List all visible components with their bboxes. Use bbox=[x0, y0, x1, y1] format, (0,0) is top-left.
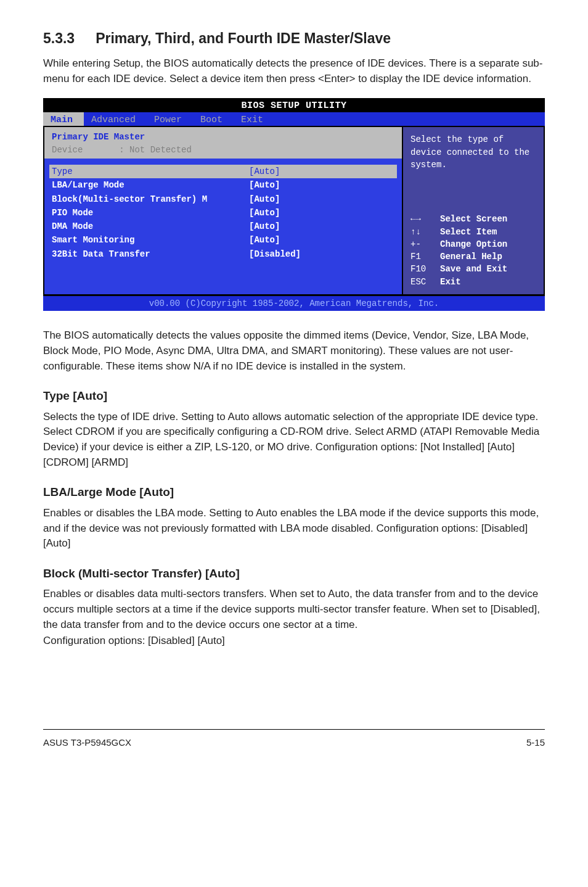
key-pm: +- bbox=[410, 238, 440, 250]
row-type[interactable]: Type [Auto] bbox=[49, 165, 397, 178]
row-block-label: Block(Multi-sector Transfer) M bbox=[52, 193, 249, 205]
key-lr: ←→ bbox=[410, 213, 440, 225]
row-dma[interactable]: DMA Mode [Auto] bbox=[52, 220, 394, 233]
row-block-value: [Auto] bbox=[249, 193, 394, 205]
row-pio-value: [Auto] bbox=[249, 207, 394, 219]
row-block[interactable]: Block(Multi-sector Transfer) M [Auto] bbox=[52, 192, 394, 206]
row-lba-value: [Auto] bbox=[249, 179, 394, 191]
section-title: Primary, Third, and Fourth IDE Master/Sl… bbox=[96, 28, 391, 49]
device-value: : Not Detected bbox=[119, 145, 192, 155]
body-block2: Configuration options: [Disabled] [Auto] bbox=[43, 633, 545, 649]
bios-subheader: Primary IDE Master Device : Not Detected bbox=[44, 127, 402, 159]
bios-left-pane: Primary IDE Master Device : Not Detected… bbox=[44, 127, 402, 294]
body-block: Enables or disables data multi-sectors t… bbox=[43, 587, 545, 632]
bios-body: Primary IDE Master Device : Not Detected… bbox=[43, 126, 545, 295]
tab-main[interactable]: Main bbox=[43, 112, 84, 126]
bios-subheader-title: Primary IDE Master bbox=[52, 131, 394, 143]
body-lba: Enables or disables the LBA mode. Settin… bbox=[43, 506, 545, 551]
page-footer: ASUS T3-P5945GCX 5-15 bbox=[43, 729, 545, 749]
section-number: 5.3.3 bbox=[43, 28, 75, 49]
key-f1: F1 bbox=[410, 250, 440, 263]
heading-lba: LBA/Large Mode [Auto] bbox=[43, 484, 545, 501]
tab-power[interactable]: Power bbox=[147, 112, 193, 126]
row-type-label: Type bbox=[52, 165, 249, 178]
bios-footer: v00.00 (C)Copyright 1985-2002, American … bbox=[43, 295, 545, 311]
row-type-value: [Auto] bbox=[249, 165, 394, 178]
bios-window: BIOS SETUP UTILITY Main Advanced Power B… bbox=[43, 98, 545, 311]
key-f1-desc: General Help bbox=[440, 250, 536, 263]
key-esc-desc: Exit bbox=[440, 276, 536, 288]
row-xfer-value: [Disabled] bbox=[249, 248, 394, 260]
heading-block: Block (Multi-sector Transfer) [Auto] bbox=[43, 565, 545, 582]
bios-tabs: Main Advanced Power Boot Exit bbox=[43, 112, 545, 126]
body-type: Selects the type of IDE drive. Setting t… bbox=[43, 410, 545, 471]
footer-left: ASUS T3-P5945GCX bbox=[43, 736, 131, 749]
bios-right-pane: Select the type of device connected to t… bbox=[402, 127, 544, 294]
bios-title: BIOS SETUP UTILITY bbox=[43, 98, 545, 113]
bios-help-keys: ←→Select Screen ↑↓Select Item +-Change O… bbox=[410, 213, 536, 288]
row-smart[interactable]: Smart Monitoring [Auto] bbox=[52, 233, 394, 247]
key-ud: ↑↓ bbox=[410, 226, 440, 238]
key-pm-desc: Change Option bbox=[440, 238, 536, 250]
row-dma-label: DMA Mode bbox=[52, 220, 249, 233]
tab-boot[interactable]: Boot bbox=[193, 112, 234, 126]
row-xfer[interactable]: 32Bit Data Transfer [Disabled] bbox=[52, 247, 394, 261]
heading-type: Type [Auto] bbox=[43, 387, 545, 405]
row-xfer-label: 32Bit Data Transfer bbox=[52, 248, 249, 260]
bios-subheader-device: Device : Not Detected bbox=[52, 144, 394, 156]
row-smart-value: [Auto] bbox=[249, 234, 394, 246]
section-heading: 5.3.3 Primary, Third, and Fourth IDE Mas… bbox=[43, 28, 545, 49]
key-f10-desc: Save and Exit bbox=[440, 263, 536, 275]
row-pio[interactable]: PIO Mode [Auto] bbox=[52, 206, 394, 220]
device-label: Device bbox=[52, 145, 83, 155]
footer-right: 5-15 bbox=[526, 736, 545, 749]
row-smart-label: Smart Monitoring bbox=[52, 234, 249, 246]
intro-paragraph: While entering Setup, the BIOS automatic… bbox=[43, 56, 545, 86]
key-f10: F10 bbox=[410, 263, 440, 275]
row-lba-label: LBA/Large Mode bbox=[52, 179, 249, 191]
key-lr-desc: Select Screen bbox=[440, 213, 536, 225]
key-ud-desc: Select Item bbox=[440, 226, 536, 238]
row-dma-value: [Auto] bbox=[249, 220, 394, 233]
row-pio-label: PIO Mode bbox=[52, 207, 249, 219]
after-bios-paragraph: The BIOS automatically detects the value… bbox=[43, 328, 545, 374]
tab-exit[interactable]: Exit bbox=[234, 112, 274, 126]
tab-advanced[interactable]: Advanced bbox=[84, 112, 147, 126]
row-lba[interactable]: LBA/Large Mode [Auto] bbox=[52, 178, 394, 192]
key-esc: ESC bbox=[410, 276, 440, 288]
bios-help-text: Select the type of device connected to t… bbox=[410, 133, 536, 171]
